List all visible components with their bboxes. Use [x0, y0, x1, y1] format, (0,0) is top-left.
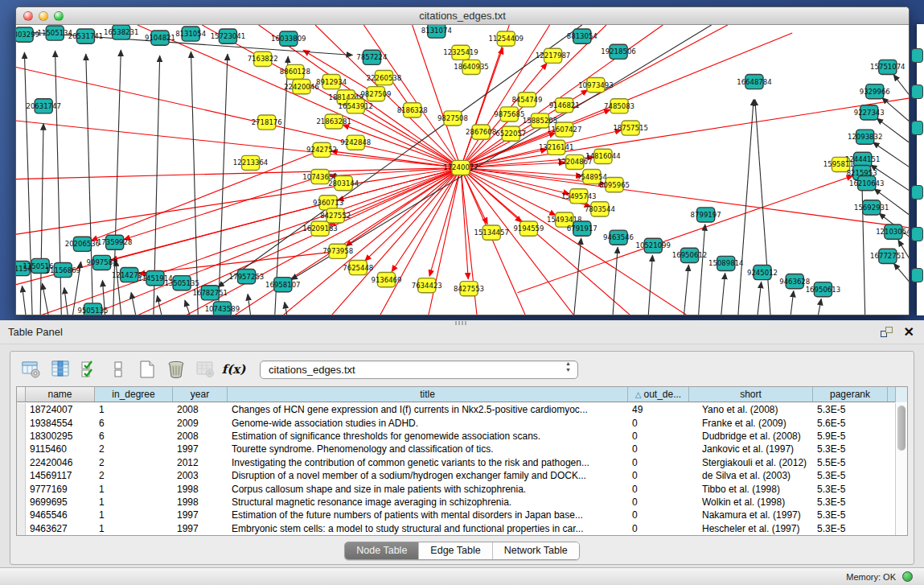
- table-cell[interactable]: 9115460: [26, 443, 95, 455]
- citation-edge-black[interactable]: [791, 291, 794, 315]
- table-cell[interactable]: 5.3E-5: [813, 496, 888, 509]
- show-columns-icon[interactable]: [49, 359, 71, 380]
- delete-column-icon[interactable]: [165, 359, 187, 380]
- graph-node[interactable]: 9463546: [603, 230, 634, 245]
- table-cell[interactable]: 14569117: [26, 469, 95, 482]
- graph-node[interactable]: 8912934: [316, 75, 347, 89]
- citation-edge-black[interactable]: [64, 288, 68, 315]
- citation-edge-black[interactable]: [893, 75, 910, 97]
- network-canvas[interactable]: 1724007711254409122179871097349374850831…: [16, 25, 910, 315]
- graph-node[interactable]: 9505135: [78, 303, 109, 315]
- table-cell[interactable]: 1: [95, 482, 173, 495]
- table-row[interactable]: 977716911998Corpus callosum shape and si…: [17, 482, 895, 495]
- scrollbar-thumb[interactable]: [897, 406, 906, 451]
- table-cell[interactable]: Stergiakouli et al. (2012): [689, 456, 813, 469]
- graph-node[interactable]: [911, 268, 923, 282]
- graph-node[interactable]: 11505134: [38, 26, 72, 40]
- citation-edge-red[interactable]: [283, 167, 461, 315]
- table-cell[interactable]: Structural magnetic resonance image aver…: [228, 496, 628, 509]
- select-all-icon[interactable]: [78, 359, 100, 380]
- table-cell[interactable]: 1998: [173, 482, 228, 495]
- graph-node[interactable]: [911, 48, 923, 63]
- graph-node[interactable]: 12093832: [848, 130, 882, 144]
- citation-edge-black[interactable]: [684, 265, 688, 315]
- table-cell[interactable]: 2: [95, 469, 173, 482]
- table-cell[interactable]: 1997: [173, 509, 228, 521]
- citation-edge-black[interactable]: [185, 300, 190, 315]
- citation-edge-black[interactable]: [191, 51, 198, 315]
- column-header-out_de[interactable]: △out_de...: [628, 387, 689, 402]
- table-cell[interactable]: 1998: [173, 496, 228, 509]
- citation-edge-black[interactable]: [738, 100, 754, 315]
- graph-node[interactable]: 9329966: [860, 84, 890, 99]
- graph-node[interactable]: 19218506: [601, 44, 635, 59]
- graph-node[interactable]: 9242752: [306, 142, 337, 157]
- column-header-name[interactable]: name: [26, 387, 95, 402]
- tab-network-table[interactable]: Network Table: [493, 542, 579, 559]
- citation-edge-red[interactable]: [138, 167, 461, 315]
- citation-edge-black[interactable]: [758, 282, 762, 315]
- column-header-in_degree[interactable]: in_degree: [95, 387, 173, 402]
- table-cell[interactable]: 0: [628, 522, 689, 535]
- graph-node[interactable]: 15692931: [854, 200, 889, 215]
- graph-node[interactable]: 16033809: [271, 31, 306, 46]
- citation-edge-black[interactable]: [818, 299, 821, 315]
- citation-edge-black[interactable]: [613, 247, 618, 315]
- graph-node[interactable]: 16772751: [870, 249, 905, 263]
- table-cell[interactable]: Changes of HCN gene expression and I(f) …: [228, 403, 628, 416]
- table-row[interactable]: 1830029562008Estimation of significance …: [17, 430, 895, 443]
- graph-node[interactable]: 16958107: [265, 278, 300, 292]
- graph-node[interactable]: 7973958: [322, 244, 353, 258]
- table-cell[interactable]: 5.9E-5: [813, 430, 888, 443]
- table-cell[interactable]: 2003: [173, 469, 228, 482]
- table-cell[interactable]: Genome-wide association studies in ADHD.: [228, 416, 628, 429]
- graph-node[interactable]: 2718176: [252, 115, 282, 130]
- table-cell[interactable]: 49: [628, 403, 689, 416]
- graph-node[interactable]: 15495743: [561, 189, 596, 204]
- graph-node[interactable]: 8131054: [175, 27, 206, 41]
- graph-node[interactable]: 8860128: [280, 64, 310, 79]
- graph-node[interactable]: 7803544: [585, 202, 615, 216]
- table-mode-icon[interactable]: [20, 359, 42, 380]
- table-cell[interactable]: 1: [95, 522, 173, 535]
- table-cell[interactable]: 22420046: [26, 456, 95, 469]
- table-cell[interactable]: 6: [95, 416, 173, 429]
- graph-node[interactable]: 16538231: [104, 25, 138, 39]
- graph-node[interactable]: 16950612: [672, 248, 707, 262]
- graph-node[interactable]: 21863281: [316, 114, 351, 129]
- table-cell[interactable]: 2: [95, 456, 173, 469]
- graph-node[interactable]: 8131074: [421, 25, 452, 38]
- table-cell[interactable]: Jankovic et al. (1997): [689, 443, 813, 455]
- citation-edge-black[interactable]: [275, 56, 288, 315]
- tab-node-table[interactable]: Node Table: [345, 542, 419, 559]
- unselect-all-icon[interactable]: [107, 359, 129, 380]
- table-cell[interactable]: 2008: [173, 403, 228, 416]
- graph-node[interactable]: 8427553: [454, 282, 484, 296]
- table-cell[interactable]: 1: [95, 509, 173, 521]
- table-cell[interactable]: 18724007: [26, 403, 95, 416]
- table-cell[interactable]: 0: [628, 443, 689, 455]
- table-row[interactable]: 2242004622012Investigating the contribut…: [17, 456, 895, 469]
- graph-node[interactable]: 17359928: [97, 235, 132, 249]
- minimize-window-button[interactable]: [39, 11, 48, 21]
- table-cell[interactable]: Tibbo et al. (1998): [689, 482, 813, 495]
- citation-edge-black[interactable]: [648, 255, 652, 315]
- graph-node[interactable]: 7485083: [604, 99, 634, 113]
- citation-edge-black[interactable]: [882, 98, 910, 122]
- table-cell[interactable]: 5.3E-5: [813, 403, 888, 416]
- graph-node[interactable]: 9104821: [145, 31, 175, 45]
- table-cell[interactable]: 1: [95, 496, 173, 509]
- table-cell[interactable]: 2012: [173, 456, 228, 469]
- table-cell[interactable]: 0: [628, 509, 689, 521]
- table-cell[interactable]: Wolkin et al. (1998): [689, 496, 813, 509]
- graph-node[interactable]: 10973493: [578, 78, 613, 93]
- graph-node[interactable]: 8813054: [567, 29, 598, 43]
- citation-edge-red[interactable]: [461, 167, 910, 228]
- table-cell[interactable]: 9465546: [26, 509, 95, 521]
- table-cell[interactable]: 1997: [173, 522, 228, 535]
- graph-node[interactable]: [911, 84, 923, 99]
- graph-node[interactable]: 10743589: [205, 302, 240, 315]
- table-selector-dropdown[interactable]: citations_edges.txt ▲▼: [260, 360, 578, 379]
- table-cell[interactable]: 2009: [173, 416, 228, 429]
- table-cell[interactable]: 19384554: [26, 416, 95, 429]
